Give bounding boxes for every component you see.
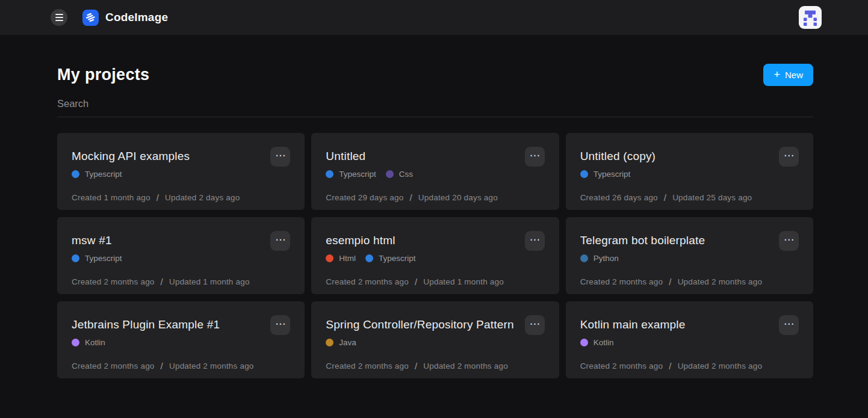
avatar[interactable]: [799, 6, 822, 29]
project-dates: Created 2 months ago / Updated 1 month a…: [72, 277, 290, 287]
language-label: Css: [399, 170, 413, 179]
language-dot: [326, 170, 333, 178]
ellipsis-icon: ⋯: [530, 319, 540, 329]
date-separator: /: [161, 277, 163, 287]
project-dates: Created 2 months ago / Updated 2 months …: [580, 361, 799, 371]
date-separator: /: [415, 361, 417, 371]
hamburger-menu-button[interactable]: [51, 9, 67, 26]
language-badge: Kotlin: [580, 338, 614, 347]
language-label: Typescript: [85, 170, 122, 179]
new-project-button[interactable]: + New: [763, 64, 813, 86]
ellipsis-icon: ⋯: [275, 235, 285, 245]
date-separator: /: [664, 192, 666, 203]
language-dot: [72, 339, 79, 346]
updated-text: Updated 1 month ago: [423, 277, 504, 286]
project-title: msw #1: [72, 234, 276, 247]
date-separator: /: [415, 277, 417, 287]
language-label: Java: [339, 338, 356, 347]
project-card[interactable]: Jetbrains Plugin Example #1 ⋯ Kotlin Cre…: [57, 301, 305, 378]
date-separator: /: [161, 361, 163, 371]
brand-name: CodeImage: [105, 11, 168, 24]
language-badge: Python: [580, 254, 619, 263]
updated-text: Updated 2 days ago: [165, 193, 240, 202]
project-dates: Created 2 months ago / Updated 2 months …: [580, 277, 799, 287]
new-button-label: New: [785, 70, 803, 80]
project-title: Kotlin main example: [580, 318, 785, 331]
project-title: Mocking API examples: [72, 150, 276, 163]
project-card[interactable]: Untitled (copy) ⋯ Typescript Created 26 …: [566, 133, 813, 210]
project-card[interactable]: Untitled ⋯ Typescript Css Created 29 day…: [311, 133, 559, 210]
project-dates: Created 26 days ago / Updated 25 days ag…: [580, 192, 799, 203]
project-menu-button[interactable]: ⋯: [525, 231, 545, 251]
updated-text: Updated 25 days ago: [672, 193, 752, 202]
project-menu-button[interactable]: ⋯: [779, 231, 799, 251]
language-label: Typescript: [339, 170, 376, 179]
language-dot: [365, 254, 373, 262]
project-card[interactable]: Kotlin main example ⋯ Kotlin Created 2 m…: [566, 301, 813, 378]
ellipsis-icon: ⋯: [530, 150, 540, 161]
codeimage-logo-icon: [82, 10, 99, 26]
language-dot: [386, 170, 394, 178]
date-separator: /: [669, 277, 671, 287]
main-content: My projects + New Mocking API examples ⋯…: [57, 64, 813, 378]
project-title: Jetbrains Plugin Example #1: [72, 318, 276, 331]
project-title: Telegram bot boilerplate: [580, 234, 785, 247]
date-separator: /: [409, 192, 412, 203]
project-card[interactable]: esempio html ⋯ Html Typescript Created 2…: [311, 217, 559, 294]
language-dot: [580, 339, 588, 346]
created-text: Created 26 days ago: [580, 193, 658, 202]
language-label: Typescript: [379, 254, 416, 263]
created-text: Created 2 months ago: [72, 277, 155, 286]
language-dot: [72, 170, 79, 178]
language-dot: [580, 170, 588, 178]
project-dates: Created 29 days ago / Updated 20 days ag…: [326, 192, 544, 203]
project-menu-button[interactable]: ⋯: [525, 147, 545, 167]
ellipsis-icon: ⋯: [784, 150, 794, 161]
top-bar: CodeImage: [0, 0, 868, 35]
project-menu-button[interactable]: ⋯: [270, 231, 290, 251]
project-dates: Created 2 months ago / Updated 1 month a…: [326, 277, 544, 287]
language-dot: [72, 254, 79, 262]
project-menu-button[interactable]: ⋯: [779, 315, 799, 335]
language-label: Html: [339, 254, 356, 263]
plus-icon: +: [773, 69, 780, 80]
project-menu-button[interactable]: ⋯: [270, 147, 290, 167]
project-title: Spring Controller/Repository Pattern: [326, 318, 530, 331]
language-badge: Typescript: [72, 254, 122, 263]
language-badge: Java: [326, 338, 356, 347]
language-badge: Typescript: [72, 170, 122, 179]
language-label: Python: [594, 254, 619, 263]
updated-text: Updated 2 months ago: [423, 361, 508, 370]
ellipsis-icon: ⋯: [275, 319, 285, 329]
brand-link[interactable]: CodeImage: [82, 10, 168, 26]
project-menu-button[interactable]: ⋯: [525, 315, 545, 335]
project-card[interactable]: msw #1 ⋯ Typescript Created 2 months ago…: [57, 217, 305, 294]
project-title: Untitled (copy): [580, 150, 785, 163]
language-badge: Typescript: [580, 170, 631, 179]
project-menu-button[interactable]: ⋯: [270, 315, 290, 335]
updated-text: Updated 1 month ago: [169, 277, 250, 286]
language-dot: [326, 254, 333, 262]
created-text: Created 29 days ago: [326, 193, 403, 202]
ellipsis-icon: ⋯: [784, 319, 794, 329]
created-text: Created 2 months ago: [72, 361, 155, 370]
search-bar: [57, 96, 813, 117]
language-label: Kotlin: [85, 338, 105, 347]
hamburger-icon: [55, 14, 63, 15]
created-text: Created 2 months ago: [580, 361, 663, 370]
date-separator: /: [669, 361, 671, 371]
language-dot: [326, 339, 333, 346]
project-card[interactable]: Telegram bot boilerplate ⋯ Python Create…: [566, 217, 813, 294]
project-dates: Created 2 months ago / Updated 2 months …: [72, 361, 290, 371]
project-title: Untitled: [326, 150, 530, 163]
language-label: Typescript: [85, 254, 122, 263]
language-badge: Kotlin: [72, 338, 105, 347]
created-text: Created 2 months ago: [326, 277, 409, 286]
project-card[interactable]: Mocking API examples ⋯ Typescript Create…: [57, 133, 305, 210]
project-card[interactable]: Spring Controller/Repository Pattern ⋯ J…: [311, 301, 559, 378]
language-dot: [580, 254, 588, 262]
search-input[interactable]: [57, 96, 813, 112]
language-badge: Typescript: [365, 254, 416, 263]
project-menu-button[interactable]: ⋯: [779, 147, 799, 167]
projects-grid: Mocking API examples ⋯ Typescript Create…: [57, 133, 813, 378]
